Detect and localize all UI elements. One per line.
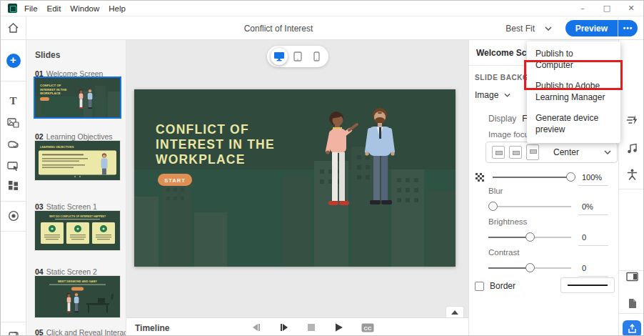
audio-panel-button[interactable] (619, 139, 644, 157)
slide-label-1[interactable]: 01Welcome Screen (35, 69, 103, 78)
publish-share-cell (619, 317, 644, 336)
svg-text:CONFLICT OF: CONFLICT OF (40, 84, 61, 87)
notes-button[interactable] (619, 294, 644, 312)
timeline-label: Timeline (135, 323, 169, 333)
document-icon (628, 298, 637, 309)
step-forward-icon[interactable] (279, 322, 289, 332)
slide-label-2[interactable]: 02Learning Objectives (35, 132, 113, 141)
focus-middle-button[interactable] (509, 146, 522, 159)
slide-number: 02 (35, 132, 44, 141)
slide-stage[interactable]: CONFLICT OF INTEREST IN THE WORKPLACE ST… (134, 89, 456, 267)
applied-effects-button[interactable] (619, 110, 644, 129)
maximize-button[interactable]: □ (595, 1, 619, 16)
tablet-view-button[interactable] (289, 48, 306, 65)
display-label: Display (488, 114, 516, 124)
contrast-value[interactable]: 0 (582, 264, 586, 272)
slide-label-5[interactable]: 05Click and Reveal Interactio... (35, 328, 126, 336)
slide-thumbnail-4[interactable]: MEET DESMOND AND GABY (35, 276, 120, 317)
phone-icon (313, 51, 320, 61)
border-style-button[interactable] (560, 277, 615, 293)
record-button[interactable] (1, 205, 26, 227)
slide-name: Static Screen 1 (46, 202, 97, 211)
contrast-slider-handle[interactable] (525, 263, 535, 272)
menu-help[interactable]: Help (109, 4, 126, 13)
divider (619, 189, 644, 189)
image-focus-control: Center (485, 142, 618, 163)
slide-name: Learning Objectives (46, 132, 113, 141)
audio-tool-button[interactable] (1, 134, 26, 154)
add-slide-button[interactable]: + (1, 49, 26, 72)
divider (1, 322, 26, 322)
home-button[interactable] (1, 16, 26, 40)
slide-thumbnail-2[interactable]: LEARNING OBJECTIVES (35, 141, 120, 180)
menu-file[interactable]: File (24, 4, 38, 13)
svg-text:LEARNING OBJECTIVES: LEARNING OBJECTIVES (40, 145, 74, 149)
border-checkbox[interactable] (475, 282, 484, 291)
slide-name: Static Screen 2 (46, 267, 97, 276)
slide-name: Welcome Screen (46, 69, 104, 78)
chevron-up-icon (451, 310, 458, 315)
step-back-icon[interactable] (251, 322, 261, 332)
zoom-fit-dropdown[interactable]: Best Fit (505, 16, 552, 40)
screen-cursor-icon (7, 161, 19, 172)
right-toolbar (618, 40, 644, 336)
blur-label: Blur (488, 187, 503, 195)
duplicate-button[interactable] (1, 325, 26, 336)
accessibility-panel-button[interactable] (619, 165, 644, 184)
focus-top-button[interactable] (492, 146, 505, 159)
slide-number: 05 (35, 328, 44, 336)
menu-item-generate-device-preview[interactable]: Generate device preview (527, 108, 620, 140)
image-icon (7, 117, 19, 128)
brightness-slider[interactable] (488, 232, 571, 242)
slide-label-4[interactable]: 04Static Screen 2 (35, 267, 97, 276)
slide-thumbnail-1[interactable]: CONFLICT OF INTEREST IN THE WORKPLACE (35, 78, 120, 117)
widgets-tool-button[interactable] (1, 175, 26, 195)
svg-text:START: START (164, 177, 185, 184)
value-underline (578, 185, 608, 186)
opacity-slider-handle[interactable] (566, 172, 575, 182)
menu-item-publish-alm[interactable]: Publish to Adobe Learning Manager (527, 76, 620, 108)
image-dropdown[interactable]: Image (475, 90, 510, 100)
contrast-label: Contrast (488, 248, 519, 257)
share-icon (628, 324, 637, 334)
opacity-icon (475, 172, 485, 182)
panels-button[interactable] (619, 267, 644, 286)
brightness-value[interactable]: 0 (582, 233, 586, 242)
more-options-button[interactable]: ••• (618, 20, 638, 36)
close-button[interactable]: ✕ (619, 1, 643, 16)
blur-slider-handle[interactable] (488, 202, 498, 211)
preview-button[interactable]: Preview (565, 20, 618, 36)
opacity-value[interactable]: 100% (582, 173, 602, 182)
menu-edit[interactable]: Edit (47, 4, 61, 13)
share-button[interactable] (623, 320, 641, 336)
chevron-down-icon[interactable] (604, 150, 611, 154)
interaction-tool-button[interactable] (1, 156, 26, 176)
slide-label-3[interactable]: 03Static Screen 1 (35, 202, 97, 211)
menu-item-publish-computer[interactable]: Publish to Computer (527, 44, 620, 76)
focus-bottom-button[interactable] (526, 144, 539, 160)
minimize-button[interactable]: – (570, 1, 595, 16)
contrast-slider[interactable] (488, 263, 571, 273)
project-title: Conflict of Interest (26, 16, 530, 40)
opacity-slider[interactable] (493, 172, 575, 182)
phone-view-button[interactable] (308, 48, 325, 65)
text-tool-button[interactable]: T (1, 91, 26, 111)
slide-thumbnail-3[interactable]: WHY DO CONFLICTS OF INTEREST HAPPEN? (35, 211, 120, 250)
brightness-slider-handle[interactable] (525, 232, 535, 242)
blur-slider[interactable] (488, 202, 571, 212)
stop-icon[interactable] (307, 323, 316, 332)
plus-icon: + (6, 54, 21, 68)
timeline-collapse-button[interactable] (446, 306, 464, 317)
start-button: START (158, 174, 192, 186)
media-tool-button[interactable] (1, 112, 26, 132)
blocks-icon (8, 180, 19, 191)
desktop-view-button[interactable] (271, 48, 288, 65)
blur-value[interactable]: 0% (582, 202, 593, 211)
menu-window[interactable]: Window (70, 4, 99, 13)
divider (619, 313, 644, 314)
copy-icon (8, 331, 19, 336)
play-icon[interactable] (333, 322, 343, 332)
menu-bar: File Edit Window Help – □ ✕ (1, 1, 643, 16)
closed-captions-icon[interactable]: CC (361, 323, 374, 332)
accessibility-icon (627, 169, 638, 180)
